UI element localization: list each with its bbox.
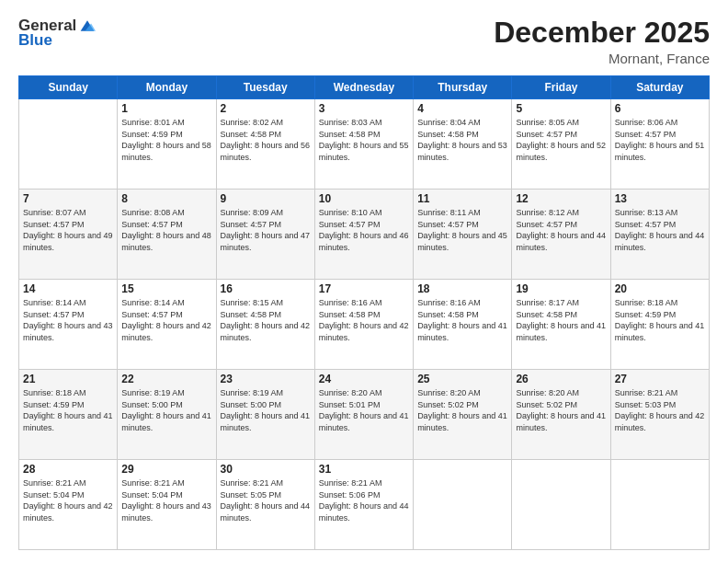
- day-info: Sunrise: 8:06 AMSunset: 4:57 PMDaylight:…: [615, 117, 705, 163]
- day-info: Sunrise: 8:21 AMSunset: 5:03 PMDaylight:…: [615, 387, 705, 433]
- day-number: 21: [23, 373, 113, 385]
- day-info: Sunrise: 8:05 AMSunset: 4:57 PMDaylight:…: [516, 117, 606, 163]
- calendar-table: SundayMondayTuesdayWednesdayThursdayFrid…: [18, 75, 710, 550]
- day-info: Sunrise: 8:18 AMSunset: 4:59 PMDaylight:…: [23, 387, 113, 433]
- day-info: Sunrise: 8:19 AMSunset: 5:00 PMDaylight:…: [221, 387, 311, 433]
- calendar-cell: 8Sunrise: 8:08 AMSunset: 4:57 PMDaylight…: [118, 190, 216, 280]
- day-info: Sunrise: 8:21 AMSunset: 5:06 PMDaylight:…: [319, 477, 409, 523]
- weekday-header-sunday: Sunday: [19, 76, 118, 99]
- day-number: 12: [516, 192, 606, 205]
- day-info: Sunrise: 8:04 AMSunset: 4:58 PMDaylight:…: [417, 117, 507, 163]
- calendar-cell: 22Sunrise: 8:19 AMSunset: 5:00 PMDayligh…: [118, 370, 216, 460]
- calendar-cell: 1Sunrise: 8:01 AMSunset: 4:59 PMDaylight…: [118, 99, 216, 190]
- day-info: Sunrise: 8:07 AMSunset: 4:57 PMDaylight:…: [23, 207, 113, 253]
- day-number: 24: [319, 373, 409, 385]
- day-number: 31: [319, 463, 409, 476]
- day-number: 29: [121, 463, 211, 476]
- day-number: 28: [23, 463, 113, 476]
- day-number: 23: [221, 373, 311, 385]
- calendar-cell: 31Sunrise: 8:21 AMSunset: 5:06 PMDayligh…: [314, 460, 413, 550]
- day-number: 7: [23, 192, 113, 205]
- location: Mornant, France: [494, 51, 710, 66]
- calendar-cell: 24Sunrise: 8:20 AMSunset: 5:01 PMDayligh…: [314, 370, 413, 460]
- day-info: Sunrise: 8:10 AMSunset: 4:57 PMDaylight:…: [319, 207, 409, 253]
- day-number: 14: [23, 282, 113, 295]
- calendar-cell: 30Sunrise: 8:21 AMSunset: 5:05 PMDayligh…: [216, 460, 314, 550]
- calendar-cell: 23Sunrise: 8:19 AMSunset: 5:00 PMDayligh…: [216, 370, 314, 460]
- calendar-cell: 17Sunrise: 8:16 AMSunset: 4:58 PMDayligh…: [314, 280, 413, 370]
- day-info: Sunrise: 8:11 AMSunset: 4:57 PMDaylight:…: [417, 207, 507, 253]
- calendar-cell: 29Sunrise: 8:21 AMSunset: 5:04 PMDayligh…: [118, 460, 216, 550]
- day-info: Sunrise: 8:18 AMSunset: 4:59 PMDaylight:…: [615, 297, 705, 343]
- calendar-cell: 26Sunrise: 8:20 AMSunset: 5:02 PMDayligh…: [512, 370, 610, 460]
- day-info: Sunrise: 8:21 AMSunset: 5:04 PMDaylight:…: [121, 477, 211, 523]
- weekday-header-friday: Friday: [512, 76, 610, 99]
- day-number: 11: [417, 192, 507, 205]
- week-row-3: 14Sunrise: 8:14 AMSunset: 4:57 PMDayligh…: [19, 280, 710, 370]
- day-info: Sunrise: 8:01 AMSunset: 4:59 PMDaylight:…: [121, 117, 211, 163]
- logo: General Blue: [18, 17, 96, 50]
- day-info: Sunrise: 8:14 AMSunset: 4:57 PMDaylight:…: [23, 297, 113, 343]
- weekday-header-saturday: Saturday: [610, 76, 709, 99]
- month-title: December 2025: [494, 17, 710, 49]
- day-number: 9: [221, 192, 311, 205]
- calendar-cell: 2Sunrise: 8:02 AMSunset: 4:58 PMDaylight…: [216, 99, 314, 190]
- calendar-cell: 3Sunrise: 8:03 AMSunset: 4:58 PMDaylight…: [314, 99, 413, 190]
- calendar-cell: 27Sunrise: 8:21 AMSunset: 5:03 PMDayligh…: [610, 370, 709, 460]
- day-number: 19: [516, 282, 606, 295]
- day-info: Sunrise: 8:08 AMSunset: 4:57 PMDaylight:…: [121, 207, 211, 253]
- calendar-cell: [512, 460, 610, 550]
- day-info: Sunrise: 8:16 AMSunset: 4:58 PMDaylight:…: [319, 297, 409, 343]
- day-number: 5: [516, 102, 606, 115]
- day-number: 10: [319, 192, 409, 205]
- calendar-cell: [19, 99, 118, 190]
- page: General Blue December 2025 Mornant, Fran…: [0, 0, 728, 563]
- day-number: 18: [417, 282, 507, 295]
- day-number: 6: [615, 102, 705, 115]
- calendar-cell: [414, 460, 512, 550]
- day-info: Sunrise: 8:19 AMSunset: 5:00 PMDaylight:…: [121, 387, 211, 433]
- weekday-header-wednesday: Wednesday: [314, 76, 413, 99]
- calendar-cell: 6Sunrise: 8:06 AMSunset: 4:57 PMDaylight…: [610, 99, 709, 190]
- day-number: 3: [319, 102, 409, 115]
- calendar-cell: 12Sunrise: 8:12 AMSunset: 4:57 PMDayligh…: [512, 190, 610, 280]
- day-info: Sunrise: 8:12 AMSunset: 4:57 PMDaylight:…: [516, 207, 606, 253]
- day-info: Sunrise: 8:21 AMSunset: 5:04 PMDaylight:…: [23, 477, 113, 523]
- calendar-cell: 5Sunrise: 8:05 AMSunset: 4:57 PMDaylight…: [512, 99, 610, 190]
- calendar-cell: 25Sunrise: 8:20 AMSunset: 5:02 PMDayligh…: [414, 370, 512, 460]
- day-info: Sunrise: 8:02 AMSunset: 4:58 PMDaylight:…: [221, 117, 311, 163]
- calendar-cell: 11Sunrise: 8:11 AMSunset: 4:57 PMDayligh…: [414, 190, 512, 280]
- calendar-cell: 16Sunrise: 8:15 AMSunset: 4:58 PMDayligh…: [216, 280, 314, 370]
- week-row-5: 28Sunrise: 8:21 AMSunset: 5:04 PMDayligh…: [19, 460, 710, 550]
- day-number: 26: [516, 373, 606, 385]
- weekday-header-monday: Monday: [118, 76, 216, 99]
- calendar-cell: 4Sunrise: 8:04 AMSunset: 4:58 PMDaylight…: [414, 99, 512, 190]
- logo-icon: [79, 17, 96, 34]
- day-number: 8: [121, 192, 211, 205]
- day-number: 2: [221, 102, 311, 115]
- logo-blue: Blue: [18, 31, 52, 50]
- day-info: Sunrise: 8:03 AMSunset: 4:58 PMDaylight:…: [319, 117, 409, 163]
- day-number: 25: [417, 373, 507, 385]
- day-number: 20: [615, 282, 705, 295]
- week-row-4: 21Sunrise: 8:18 AMSunset: 4:59 PMDayligh…: [19, 370, 710, 460]
- calendar-cell: 10Sunrise: 8:10 AMSunset: 4:57 PMDayligh…: [314, 190, 413, 280]
- day-info: Sunrise: 8:20 AMSunset: 5:02 PMDaylight:…: [516, 387, 606, 433]
- calendar-cell: 15Sunrise: 8:14 AMSunset: 4:57 PMDayligh…: [118, 280, 216, 370]
- calendar-cell: 20Sunrise: 8:18 AMSunset: 4:59 PMDayligh…: [610, 280, 709, 370]
- weekday-header-row: SundayMondayTuesdayWednesdayThursdayFrid…: [19, 76, 710, 99]
- calendar-cell: 7Sunrise: 8:07 AMSunset: 4:57 PMDaylight…: [19, 190, 118, 280]
- day-info: Sunrise: 8:20 AMSunset: 5:01 PMDaylight:…: [319, 387, 409, 433]
- day-info: Sunrise: 8:15 AMSunset: 4:58 PMDaylight:…: [221, 297, 311, 343]
- day-info: Sunrise: 8:20 AMSunset: 5:02 PMDaylight:…: [417, 387, 507, 433]
- day-info: Sunrise: 8:16 AMSunset: 4:58 PMDaylight:…: [417, 297, 507, 343]
- day-info: Sunrise: 8:17 AMSunset: 4:58 PMDaylight:…: [516, 297, 606, 343]
- calendar-cell: [610, 460, 709, 550]
- day-info: Sunrise: 8:09 AMSunset: 4:57 PMDaylight:…: [221, 207, 311, 253]
- calendar-cell: 19Sunrise: 8:17 AMSunset: 4:58 PMDayligh…: [512, 280, 610, 370]
- calendar-cell: 13Sunrise: 8:13 AMSunset: 4:57 PMDayligh…: [610, 190, 709, 280]
- day-number: 22: [121, 373, 211, 385]
- header: General Blue December 2025 Mornant, Fran…: [18, 17, 710, 66]
- day-number: 15: [121, 282, 211, 295]
- day-info: Sunrise: 8:14 AMSunset: 4:57 PMDaylight:…: [121, 297, 211, 343]
